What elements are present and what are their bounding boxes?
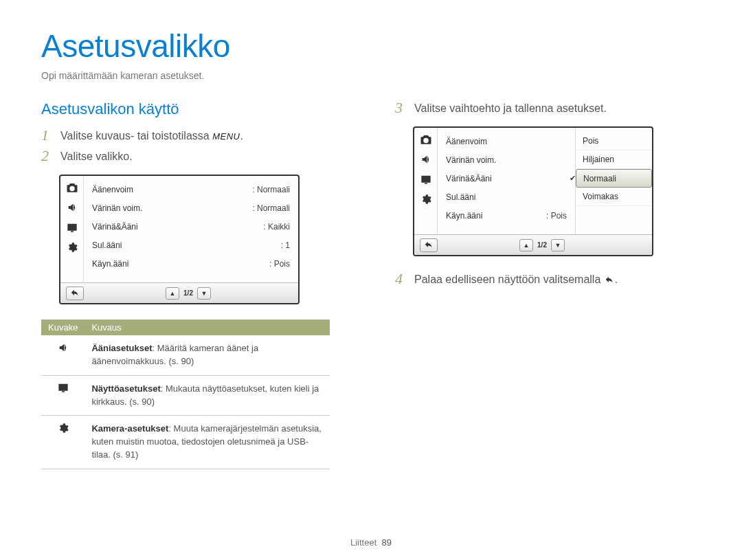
option-item-selected[interactable]: ✔Normaali	[576, 169, 652, 188]
footer-label: Liitteet	[350, 537, 376, 548]
table-row: Ääniasetukset: Määritä kameran äänet ja …	[41, 335, 330, 375]
step-text: Valitse kuvaus- tai toistotilassa	[60, 130, 212, 142]
back-button[interactable]	[420, 238, 438, 252]
camera-footer: ▲ 1/2 ▼	[414, 234, 652, 255]
step-text: Valitse valikko.	[60, 148, 133, 163]
camera-options: Pois Hiljainen ✔Normaali Voimakas	[575, 128, 652, 234]
menu-row[interactable]: Käyn.ääni: Pois	[438, 206, 575, 225]
gear-icon	[58, 425, 69, 436]
step-number: 1	[41, 128, 54, 143]
menu-row[interactable]: Värinän voim.	[438, 150, 575, 169]
page-up-button[interactable]: ▲	[519, 239, 533, 251]
option-item[interactable]: Hiljainen	[576, 150, 652, 169]
camera-sidebar	[414, 128, 438, 234]
table-header-desc: Kuvaus	[85, 320, 330, 335]
menu-row[interactable]: Värinä&Ääni: Kaikki	[84, 217, 298, 236]
sound-icon[interactable]	[418, 152, 434, 167]
table-header-icon: Kuvake	[41, 320, 85, 335]
sound-icon	[58, 345, 69, 355]
gear-icon[interactable]	[418, 192, 434, 207]
section-heading: Asetusvalikon käyttö	[41, 100, 347, 118]
page-down-button[interactable]: ▼	[551, 239, 565, 251]
page-up-button[interactable]: ▲	[166, 287, 179, 300]
step-number: 3	[395, 100, 407, 115]
camera-footer: ▲ 1/2 ▼	[60, 282, 298, 303]
table-row: Näyttöasetukset: Mukauta näyttöasetukset…	[41, 375, 330, 416]
step-text: Palaa edelliseen näyttöön valitsemalla	[414, 273, 604, 285]
step-number: 2	[41, 148, 54, 164]
display-icon[interactable]	[418, 172, 434, 187]
menu-row[interactable]: Äänenvoim	[438, 132, 575, 150]
page-down-button[interactable]: ▼	[197, 287, 211, 300]
camera-icon[interactable]	[418, 132, 434, 147]
step-2: 2 Valitse valikko.	[41, 148, 347, 164]
check-icon: ✔	[570, 174, 576, 183]
step-3: 3 Valitse vaihtoehto ja tallenna asetuks…	[395, 100, 701, 115]
menu-row[interactable]: Sul.ääni	[438, 188, 575, 206]
menu-row[interactable]: Käyn.ääni: Pois	[84, 254, 298, 273]
display-icon[interactable]	[65, 220, 80, 235]
gear-icon[interactable]	[65, 240, 80, 255]
page-subtitle: Opi määrittämään kameran asetukset.	[41, 70, 701, 81]
footer-page-number: 89	[382, 537, 392, 548]
camera-menu-list: Äänenvoim: Normaali Värinän voim.: Norma…	[84, 176, 298, 282]
step-4: 4 Palaa edelliseen näyttöön valitsemalla…	[395, 271, 701, 287]
menu-row[interactable]: Sul.ääni: 1	[84, 236, 298, 254]
camera-icon[interactable]	[65, 180, 80, 195]
page-indicator: 1/2	[183, 289, 193, 297]
menu-row[interactable]: Äänenvoim: Normaali	[84, 180, 298, 199]
description-table: Kuvake Kuvaus Ääniasetukset: Määritä kam…	[41, 320, 330, 469]
camera-menu-list: Äänenvoim Värinän voim. Värinä&Ääni Sul.…	[438, 128, 575, 234]
display-icon	[58, 384, 69, 394]
page-indicator: 1/2	[537, 241, 547, 249]
return-icon	[604, 276, 615, 285]
step-number: 4	[395, 271, 407, 287]
option-item[interactable]: Voimakas	[576, 188, 652, 206]
page-title: Asetusvalikko	[41, 27, 701, 65]
back-button[interactable]	[66, 287, 84, 300]
menu-row[interactable]: Värinän voim.: Normaali	[84, 199, 298, 217]
page-footer: Liitteet 89	[0, 537, 742, 548]
option-item[interactable]: Pois	[576, 132, 652, 150]
menu-row[interactable]: Värinä&Ääni	[438, 169, 575, 188]
camera-sidebar	[60, 176, 84, 282]
menu-word: MENU	[212, 131, 240, 142]
camera-ui-panel-a: Äänenvoim: Normaali Värinän voim.: Norma…	[59, 175, 300, 304]
step-text: .	[615, 273, 618, 285]
sound-icon[interactable]	[65, 200, 80, 215]
step-1: 1 Valitse kuvaus- tai toistotilassa MENU…	[41, 128, 347, 143]
option-spacer	[576, 206, 652, 225]
table-row: Kamera-asetukset: Muuta kamerajärjestelm…	[41, 416, 330, 469]
step-text: .	[240, 130, 243, 142]
step-text: Valitse vaihtoehto ja tallenna asetukset…	[414, 100, 607, 115]
camera-ui-panel-b: Äänenvoim Värinän voim. Värinä&Ääni Sul.…	[413, 126, 653, 256]
